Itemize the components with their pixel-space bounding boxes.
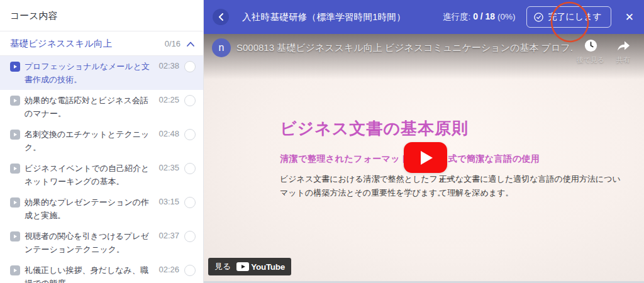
player-panel: 入社時基礎研修（標準学習時間1時間） 進行度: 0 / 18 (0%) 完了にし… bbox=[204, 0, 644, 283]
share-label: 共有 bbox=[616, 55, 630, 65]
progress-label: 進行度: bbox=[443, 12, 470, 21]
lesson-title: 礼儀正しい挨拶、身だしなみ、職場での態度。 bbox=[25, 264, 155, 283]
lesson-item[interactable]: プロフェッショナルなメールと文書作成の技術。 02:38 bbox=[0, 56, 203, 90]
lesson-item[interactable]: 視聴者の関心を引きつけるプレゼンテーションテクニック。 02:37 bbox=[0, 226, 203, 260]
completion-circle bbox=[184, 163, 196, 174]
back-button[interactable] bbox=[213, 9, 229, 25]
progress-indicator: 進行度: 0 / 18 (0%) bbox=[443, 11, 515, 23]
chevron-left-icon bbox=[218, 13, 224, 21]
section-title: 基礎ビジネススキル向上 bbox=[10, 38, 165, 50]
lesson-duration: 02:37 bbox=[158, 231, 179, 240]
completion-circle bbox=[184, 61, 196, 72]
course-title: 入社時基礎研修（標準学習時間1時間） bbox=[242, 11, 443, 23]
youtube-brand-label: YouTube bbox=[251, 262, 285, 272]
youtube-play-icon bbox=[236, 262, 249, 271]
mark-complete-label: 完了にします bbox=[548, 11, 601, 23]
lesson-title: プロフェッショナルなメールと文書作成の技術。 bbox=[25, 60, 155, 86]
completion-circle bbox=[184, 197, 196, 208]
lesson-duration: 02:25 bbox=[158, 95, 179, 104]
video-play-icon bbox=[10, 197, 20, 208]
video-play-icon bbox=[10, 231, 20, 241]
section-progress-count: 0/16 bbox=[165, 39, 180, 48]
course-section-header[interactable]: 基礎ビジネススキル向上 0/16 bbox=[0, 31, 203, 56]
watch-on-youtube-badge[interactable]: 見る YouTube bbox=[208, 258, 291, 275]
video-header: n S000813 基礎ビジネススキル向上 ビジネスコミュニケーションの基本 プ… bbox=[212, 38, 638, 65]
lesson-item[interactable]: 名刺交換のエチケットとテクニック。 02:48 bbox=[0, 124, 203, 158]
lesson-duration: 02:26 bbox=[158, 265, 179, 274]
youtube-play-button[interactable] bbox=[404, 142, 447, 173]
lesson-item[interactable]: ビジネスイベントでの自己紹介とネットワーキングの基本。 02:35 bbox=[0, 158, 203, 192]
lesson-title: 効果的なプレゼンテーションの作成と実施。 bbox=[25, 196, 155, 222]
video-play-icon bbox=[10, 265, 20, 275]
share-button[interactable]: 共有 bbox=[609, 38, 638, 65]
completion-circle bbox=[184, 231, 196, 242]
slide-title: ビジネス文書の基本原則 bbox=[280, 118, 469, 140]
close-icon[interactable]: ✕ bbox=[624, 11, 635, 24]
completion-circle bbox=[184, 129, 196, 140]
lesson-title: ビジネスイベントでの自己紹介とネットワーキングの基本。 bbox=[25, 162, 155, 188]
youtube-logo: YouTube bbox=[236, 262, 285, 272]
lesson-duration: 02:35 bbox=[158, 163, 179, 172]
slide-column-body: 正式な文書に適した適切な言語の使用方法について理解を深めます。 bbox=[439, 172, 628, 200]
sidebar-title: コース内容 bbox=[0, 0, 203, 31]
video-play-icon bbox=[10, 164, 20, 174]
video-play-icon bbox=[10, 62, 20, 72]
video-play-icon bbox=[10, 96, 20, 106]
course-content-sidebar: コース内容 基礎ビジネススキル向上 0/16 プロフェッショナルなメールと文書作… bbox=[0, 0, 204, 283]
check-circle-icon bbox=[534, 13, 543, 22]
lesson-title: 視聴者の関心を引きつけるプレゼンテーションテクニック。 bbox=[25, 230, 155, 256]
slide-column: 正式で簡潔な言語の使用 正式な文書に適した適切な言語の使用方法について理解を深め… bbox=[439, 153, 628, 200]
video-title[interactable]: S000813 基礎ビジネススキル向上 ビジネスコミュニケーションの基本 プロフ… bbox=[236, 42, 572, 54]
lesson-duration: 02:48 bbox=[158, 129, 179, 138]
lesson-item[interactable]: 効果的なプレゼンテーションの作成と実施。 03:15 bbox=[0, 192, 203, 226]
lesson-item[interactable]: 礼儀正しい挨拶、身だしなみ、職場での態度。 02:26 bbox=[0, 260, 203, 283]
video-play-icon bbox=[10, 130, 20, 140]
slide-column-heading: 正式で簡潔な言語の使用 bbox=[439, 153, 628, 165]
clock-icon bbox=[584, 38, 598, 53]
course-topbar: 入社時基礎研修（標準学習時間1時間） 進行度: 0 / 18 (0%) 完了にし… bbox=[204, 0, 644, 34]
lms-app: コース内容 基礎ビジネススキル向上 0/16 プロフェッショナルなメールと文書作… bbox=[0, 0, 644, 283]
lesson-title: 名刺交換のエチケットとテクニック。 bbox=[25, 128, 155, 154]
lesson-title: 効果的な電話応対とビジネス会話のマナー。 bbox=[25, 94, 155, 120]
mark-complete-button[interactable]: 完了にします bbox=[526, 6, 611, 28]
lesson-duration: 02:38 bbox=[158, 61, 179, 70]
chevron-up-icon bbox=[187, 42, 194, 47]
progress-value: 0 / 18 bbox=[473, 11, 495, 21]
watch-label: 見る bbox=[214, 261, 231, 272]
video-player: n S000813 基礎ビジネススキル向上 ビジネスコミュニケーションの基本 プ… bbox=[204, 34, 644, 283]
watch-later-button[interactable]: 後で見る bbox=[572, 38, 609, 65]
share-arrow-icon bbox=[616, 38, 631, 53]
channel-avatar[interactable]: n bbox=[212, 38, 231, 57]
progress-percent: (0%) bbox=[497, 12, 516, 21]
completion-circle bbox=[184, 95, 196, 106]
lesson-item[interactable]: 効果的な電話応対とビジネス会話のマナー。 02:25 bbox=[0, 90, 203, 124]
completion-circle bbox=[184, 265, 196, 276]
lesson-duration: 03:15 bbox=[158, 197, 179, 206]
slide-column-body: ビジネス文書における清潔で整然としたフォーマットの構築方法とその重要性を学びます… bbox=[280, 172, 457, 200]
watch-later-label: 後で見る bbox=[577, 55, 605, 65]
